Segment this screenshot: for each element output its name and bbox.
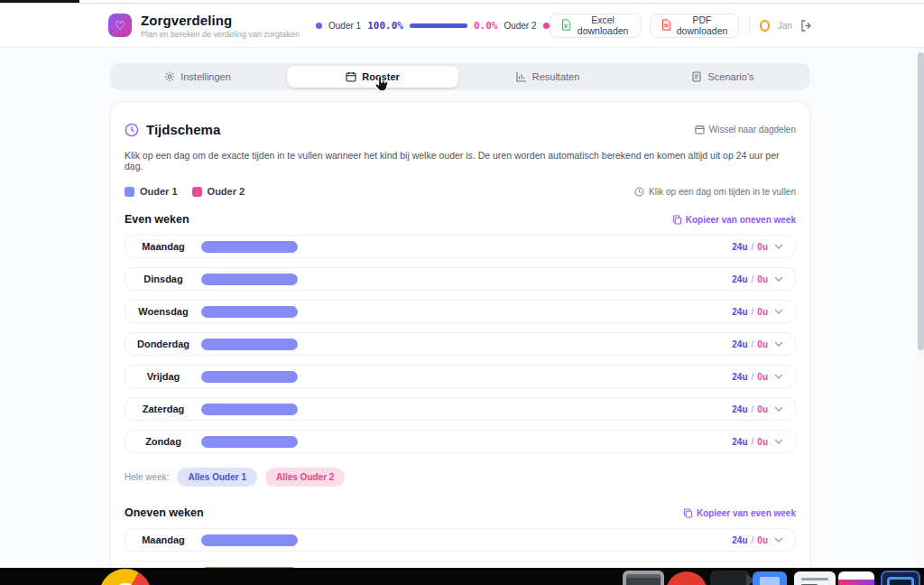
parent1-hours-bar — [201, 436, 298, 448]
parent2-legend-swatch — [192, 187, 202, 197]
tab-label: Resultaten — [532, 71, 580, 82]
parent1-hours: 24u — [732, 404, 747, 414]
day-row-even-woensdag[interactable]: Woensdag 24u / 0u — [125, 300, 796, 323]
day-name: Dinsdag — [125, 274, 201, 284]
day-row-even-zondag[interactable]: Zondag 24u / 0u — [125, 430, 796, 453]
app-subtitle: Plan en bereken de verdeling van zorgtak… — [141, 30, 300, 39]
viewport-top-strip — [0, 0, 924, 4]
app-title: Zorgverdeling — [141, 13, 300, 28]
schedule-card: Tijdschema Wissel naar dagdelen Klik op … — [110, 101, 810, 585]
parent2-hours: 0u — [757, 307, 768, 317]
chevron-down-icon[interactable] — [774, 309, 783, 314]
brand: ♡ Zorgverdeling Plan en bereken de verde… — [108, 13, 316, 39]
chevron-down-icon[interactable] — [774, 374, 783, 379]
day-name: Donderdag — [125, 339, 201, 349]
main-tabbar: Instellingen Rooster Resultaten Scenario… — [110, 63, 810, 90]
tab-resultaten[interactable]: Resultaten — [462, 66, 633, 88]
chevron-down-icon[interactable] — [774, 439, 783, 444]
parent1-hours-bar — [201, 306, 298, 318]
day-row-even-dinsdag[interactable]: Dinsdag 24u / 0u — [125, 267, 796, 291]
calendar-icon — [346, 71, 356, 82]
parent1-legend-label: Ouder 1 — [140, 186, 178, 197]
chevron-down-icon[interactable] — [774, 406, 783, 412]
excel-file-icon — [561, 19, 571, 32]
switch-to-dayparts-link[interactable]: Wissel naar dagdelen — [695, 125, 796, 135]
chevron-down-icon[interactable] — [774, 537, 783, 543]
copy-from-odd-week-link[interactable]: Kopieer van oneven week — [672, 215, 796, 225]
copy-link-label: Kopieer van even week — [697, 508, 796, 518]
top-black-segment — [0, 0, 79, 3]
text-editor-app-icon[interactable] — [794, 571, 836, 585]
day-name: Zaterdag — [125, 404, 201, 414]
tab-scenarios[interactable]: Scenario's — [637, 66, 808, 88]
pdf-file-icon — [661, 19, 671, 32]
chevron-down-icon[interactable] — [774, 341, 783, 347]
clock-icon — [125, 123, 139, 137]
parent-legend: Ouder 1 Ouder 2 — [125, 186, 245, 197]
gear-icon — [164, 71, 175, 82]
copy-link-label: Kopieer van oneven week — [686, 215, 796, 225]
parent1-percentage: 100.0% — [367, 20, 403, 32]
window-app-icon[interactable] — [881, 571, 920, 585]
day-row-even-donderdag[interactable]: Donderdag 24u / 0u — [125, 332, 796, 356]
logout-icon[interactable] — [800, 20, 813, 32]
document-icon — [691, 71, 702, 82]
day-name: Maandag — [125, 241, 201, 252]
copy-icon — [683, 508, 693, 518]
pdf-download-button[interactable]: PDF downloaden — [650, 14, 740, 38]
hint-label: Klik op een dag om tijden in te vullen — [649, 187, 796, 197]
parent-split-stats: Ouder 1 100.0% 0.0% Ouder 2 — [316, 20, 550, 32]
vertical-scrollbar[interactable] — [917, 48, 924, 568]
user-avatar-icon[interactable] — [760, 20, 770, 32]
bar-chart-icon — [516, 71, 527, 82]
parent1-hours: 24u — [732, 535, 747, 545]
day-name: Woensdag — [125, 306, 201, 317]
day-row-odd-maandag[interactable]: Maandag 24u / 0u — [125, 528, 796, 552]
chevron-down-icon[interactable] — [774, 244, 783, 249]
parent1-hours-bar — [201, 371, 298, 383]
heart-logo-icon: ♡ — [108, 14, 132, 37]
day-name: Vrijdag — [125, 371, 201, 382]
parent2-percentage: 0.0% — [474, 20, 498, 32]
parent1-hours-bar — [201, 339, 298, 350]
chevron-down-icon[interactable] — [774, 276, 783, 282]
schedule-description: Klik op een dag om de exacte tijden in t… — [125, 150, 796, 172]
day-row-even-vrijdag[interactable]: Vrijdag 24u / 0u — [125, 365, 796, 388]
tab-label: Rooster — [362, 71, 400, 82]
parent1-hours-bar — [201, 241, 298, 253]
split-progress-bar — [410, 23, 467, 28]
excel-download-button[interactable]: Excel downloaden — [550, 14, 642, 38]
media-app-icon[interactable] — [838, 571, 874, 585]
all-parent2-button[interactable]: Alles Ouder 2 — [265, 468, 345, 487]
clock-icon — [634, 187, 644, 197]
parent2-hours: 0u — [757, 437, 768, 447]
files-app-icon[interactable] — [753, 571, 787, 585]
app-header: ♡ Zorgverdeling Plan en bereken de verde… — [0, 4, 924, 48]
tab-instellingen[interactable]: Instellingen — [112, 66, 283, 88]
os-taskbar — [0, 568, 924, 585]
parent1-hours-bar — [201, 274, 298, 285]
day-row-even-maandag[interactable]: Maandag 24u / 0u — [125, 235, 796, 258]
parent1-hours-bar — [201, 534, 298, 546]
browser-app-icon[interactable] — [666, 571, 707, 585]
copy-from-even-week-link[interactable]: Kopieer van even week — [683, 508, 796, 518]
parent2-legend-label: Ouder 2 — [208, 186, 245, 197]
header-divider — [749, 16, 750, 34]
tab-rooster[interactable]: Rooster — [287, 66, 458, 88]
screenshare-app-icon[interactable] — [710, 571, 750, 585]
whole-week-label: Hele week: — [125, 472, 169, 482]
schedule-title: Tijdschema — [146, 122, 220, 137]
day-row-even-zaterdag[interactable]: Zaterdag 24u / 0u — [125, 397, 796, 421]
odd-weeks-title: Oneven weken — [125, 506, 204, 519]
scrollbar-thumb[interactable] — [918, 52, 924, 350]
terminal-app-icon[interactable] — [623, 571, 664, 585]
parent1-hours-bar — [201, 404, 298, 415]
parent1-legend-swatch — [125, 187, 134, 197]
chrome-icon[interactable] — [99, 569, 152, 585]
even-weeks-title: Even weken — [125, 213, 189, 226]
calendar-icon — [695, 125, 705, 135]
day-name: Maandag — [125, 534, 201, 545]
parent1-hours: 24u — [732, 274, 747, 284]
parent2-hours: 0u — [757, 372, 768, 382]
all-parent1-button[interactable]: Alles Ouder 1 — [177, 468, 256, 487]
